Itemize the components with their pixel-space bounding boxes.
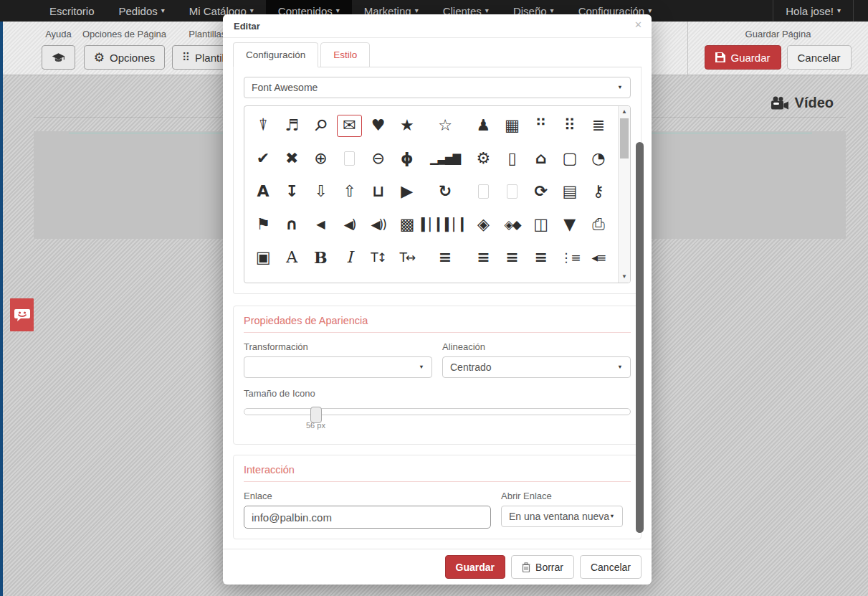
th-icon[interactable]: ⠿ — [555, 109, 584, 142]
icon-size-slider[interactable]: 56 px — [244, 405, 631, 434]
outdent-icon[interactable]: ◂≡ — [584, 241, 613, 274]
power-off-icon[interactable]: ϕ — [393, 142, 421, 175]
qrcode-icon[interactable]: ▩ — [393, 208, 421, 241]
options-button[interactable]: ⚙ Opciones — [84, 45, 166, 70]
video-camera-icon[interactable]: ▬ — [277, 274, 306, 283]
file-icon[interactable]: ▢ — [555, 142, 584, 175]
envelope-icon[interactable]: ✉ — [335, 109, 363, 142]
tab-estilo[interactable]: Estilo — [320, 42, 370, 67]
cancel-page-button[interactable]: Cancelar — [787, 45, 852, 70]
dialog-save-button[interactable]: Guardar — [445, 555, 505, 579]
tags-icon[interactable]: ◈◆ — [497, 208, 526, 241]
volume-down-icon[interactable]: ◀) — [335, 208, 363, 241]
map-marker-icon[interactable]: ♦ — [364, 274, 393, 283]
scroll-up-icon[interactable]: ▲ — [619, 107, 630, 117]
repeat-icon[interactable]: ↻ — [421, 175, 469, 208]
align-left-icon[interactable]: ≡ — [421, 241, 469, 274]
video-block[interactable]: Vídeo — [770, 95, 834, 111]
share-square-icon[interactable]: ↗ — [497, 274, 526, 283]
align-center-icon[interactable]: ≡ — [469, 241, 497, 274]
save-page-button[interactable]: Guardar — [705, 45, 781, 70]
align-justify-icon[interactable]: ≡ — [527, 241, 555, 274]
bold-icon[interactable]: B — [306, 241, 335, 274]
adjust-icon[interactable]: ◐ — [393, 274, 421, 283]
star-outline-icon[interactable]: ☆ — [421, 109, 469, 142]
signal-icon[interactable]: ▁▃▅▇ — [421, 142, 469, 175]
inbox-icon[interactable]: ⊔ — [364, 175, 393, 208]
left-accent-bar — [0, 22, 3, 596]
search-plus-icon[interactable]: ⊕ — [306, 142, 335, 175]
refresh-icon[interactable]: ⟳ — [527, 175, 555, 208]
tint-icon[interactable]: ⚫ — [421, 274, 469, 283]
camera-icon[interactable]: ▣ — [249, 241, 277, 274]
arrows-icon[interactable]: ✛ — [555, 274, 584, 283]
heart-icon[interactable]: ♥ — [364, 109, 393, 142]
film-icon[interactable]: ▦ — [497, 109, 526, 142]
scroll-down-icon[interactable]: ▼ — [619, 272, 630, 282]
arrow-circle-up-icon[interactable]: ⇧ — [335, 175, 363, 208]
times-icon[interactable]: ✖ — [277, 142, 306, 175]
dialog-cancel-button[interactable]: Cancelar — [580, 555, 642, 579]
check-square-icon[interactable]: ☑ — [527, 274, 555, 283]
print-icon[interactable]: ⎙ — [584, 208, 613, 241]
th-list-icon[interactable]: ≣ — [584, 109, 613, 142]
glass-icon[interactable]: ⍒ — [249, 109, 277, 142]
music-icon[interactable]: ♬ — [277, 109, 306, 142]
volume-up-icon[interactable]: ◀)) — [364, 208, 393, 241]
edit-icon[interactable]: ☑ — [469, 274, 497, 283]
nav-user-menu[interactable]: Hola jose! — [773, 5, 853, 17]
dialog-scrollbar[interactable] — [636, 142, 644, 533]
nav-escritorio[interactable]: Escritorio — [37, 0, 107, 22]
search-minus-icon[interactable]: ⊖ — [364, 142, 393, 175]
book-icon[interactable]: ◫ — [527, 208, 555, 241]
missing-glyph[interactable] — [335, 142, 363, 175]
lock-icon[interactable]: ⚷ — [584, 175, 613, 208]
headphones-icon[interactable]: ∩ — [277, 208, 306, 241]
star-icon[interactable]: ★ — [393, 109, 421, 142]
close-icon[interactable]: ✕ — [634, 19, 642, 30]
home-icon[interactable]: ⌂ — [527, 142, 555, 175]
list-icon[interactable]: ⋮≡ — [555, 241, 584, 274]
check-icon[interactable]: ✔ — [249, 142, 277, 175]
scrollbar-thumb[interactable] — [620, 118, 629, 159]
dialog-delete-button[interactable]: Borrar — [511, 555, 574, 579]
text-height-icon[interactable]: T↕ — [364, 241, 393, 274]
road-icon[interactable]: A — [249, 175, 277, 208]
clock-icon[interactable]: ◔ — [584, 142, 613, 175]
tab-configuracion[interactable]: Configuración — [233, 42, 318, 67]
icon-set-select[interactable]: Font Awesome — [244, 77, 631, 98]
align-select[interactable]: Centrado — [442, 356, 631, 378]
arrow-circle-down-icon[interactable]: ⇩ — [306, 175, 335, 208]
font-icon[interactable]: A — [277, 241, 306, 274]
play-circle-icon[interactable]: ▶ — [393, 175, 421, 208]
volume-off-icon[interactable]: ◀ — [306, 208, 335, 241]
missing-glyph[interactable] — [497, 175, 526, 208]
align-right-icon[interactable]: ≡ — [497, 241, 526, 274]
pencil-icon[interactable]: ✎ — [335, 274, 363, 283]
search-icon[interactable]: ⚲ — [306, 109, 335, 142]
download-icon[interactable]: ↧ — [277, 175, 306, 208]
flag-icon[interactable]: ⚑ — [249, 208, 277, 241]
cog-icon[interactable]: ⚙ — [469, 142, 497, 175]
tag-icon[interactable]: ◈ — [469, 208, 497, 241]
user-icon[interactable]: ♟ — [469, 109, 497, 142]
step-backward-icon[interactable]: ◂▮ — [584, 274, 613, 283]
icon-picker-scrollbar[interactable]: ▲ ▼ — [618, 106, 630, 283]
barcode-icon[interactable]: ▍▏▎▍▏▎ — [421, 208, 469, 241]
text-width-icon[interactable]: T↔ — [393, 241, 421, 274]
missing-glyph[interactable] — [469, 175, 497, 208]
indent-icon[interactable]: ▸≡ — [249, 274, 277, 283]
link-input[interactable] — [244, 506, 491, 529]
bookmark-icon[interactable]: ▼ — [555, 208, 584, 241]
open-link-select[interactable]: En una ventana nueva — [501, 506, 623, 527]
chat-widget-button[interactable] — [10, 298, 34, 331]
picture-icon[interactable]: ▭ — [306, 274, 335, 283]
transform-select[interactable] — [244, 356, 432, 378]
nav-pedidos[interactable]: Pedidos — [107, 0, 177, 22]
help-button[interactable] — [42, 45, 75, 70]
slider-track[interactable] — [244, 408, 631, 415]
th-large-icon[interactable]: ⠛ — [527, 109, 555, 142]
italic-icon[interactable]: I — [335, 241, 363, 274]
list-alt-icon[interactable]: ▤ — [555, 175, 584, 208]
trash-icon[interactable]: ▯ — [497, 142, 526, 175]
